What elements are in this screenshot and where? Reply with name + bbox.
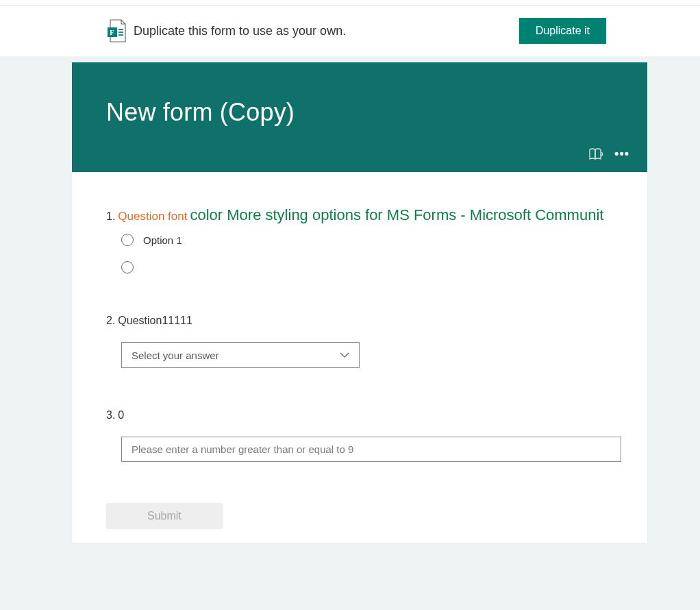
question-1-title-row: 1. Question font color More styling opti…	[106, 206, 613, 224]
forms-file-icon: F	[106, 19, 127, 42]
question-3-text: 0	[118, 409, 124, 422]
question-2-dropdown-placeholder: Select your answer	[132, 350, 219, 361]
duplicate-button[interactable]: Duplicate it	[519, 18, 606, 44]
question-3-input-wrap	[121, 437, 621, 462]
banner-left: F Duplicate this form to use as your own…	[0, 19, 346, 42]
banner-right: Duplicate it	[519, 18, 700, 44]
svg-text:F: F	[110, 28, 114, 36]
question-1-number: 1.	[106, 210, 115, 223]
radio-icon	[121, 261, 134, 273]
question-2-number: 2.	[106, 315, 115, 327]
question-2-title-row: 2. Question11111	[106, 315, 613, 327]
chevron-down-icon	[340, 349, 349, 361]
question-3-title-row: 3. 0	[106, 409, 613, 422]
question-1-text-part-b: color More styling options for MS Forms …	[190, 206, 603, 224]
more-options-icon[interactable]: •••	[614, 147, 629, 161]
question-3: 3. 0	[106, 409, 613, 462]
immersive-reader-icon[interactable]	[588, 147, 605, 161]
question-3-number: 3.	[106, 409, 115, 422]
form-header: New form (Copy) •••	[72, 62, 647, 172]
form-card: New form (Copy) ••• 1. Question font col…	[72, 62, 647, 543]
submit-button[interactable]: Submit	[106, 503, 223, 529]
form-outer: New form (Copy) ••• 1. Question font col…	[0, 56, 700, 543]
header-actions: •••	[588, 147, 629, 161]
question-2-text: Question11111	[118, 315, 192, 327]
top-border	[0, 0, 700, 5]
question-2-dropdown[interactable]: Select your answer	[121, 342, 360, 368]
banner-message: Duplicate this form to use as your own.	[134, 24, 346, 38]
question-1-options: Option 1	[106, 234, 613, 273]
form-body: 1. Question font color More styling opti…	[72, 172, 647, 462]
question-1-text-part-a: Question font	[118, 210, 187, 223]
question-3-input[interactable]	[121, 437, 621, 462]
submit-wrap: Submit	[72, 503, 647, 543]
question-1-option-1[interactable]: Option 1	[121, 234, 613, 246]
question-1-option-2[interactable]	[121, 261, 613, 273]
question-1: 1. Question font color More styling opti…	[106, 206, 613, 273]
form-title: New form (Copy)	[106, 98, 613, 127]
question-2: 2. Question11111 Select your answer	[106, 315, 613, 368]
question-1-option-1-label: Option 1	[143, 234, 182, 246]
radio-icon	[121, 234, 134, 246]
duplicate-banner: F Duplicate this form to use as your own…	[0, 5, 700, 56]
